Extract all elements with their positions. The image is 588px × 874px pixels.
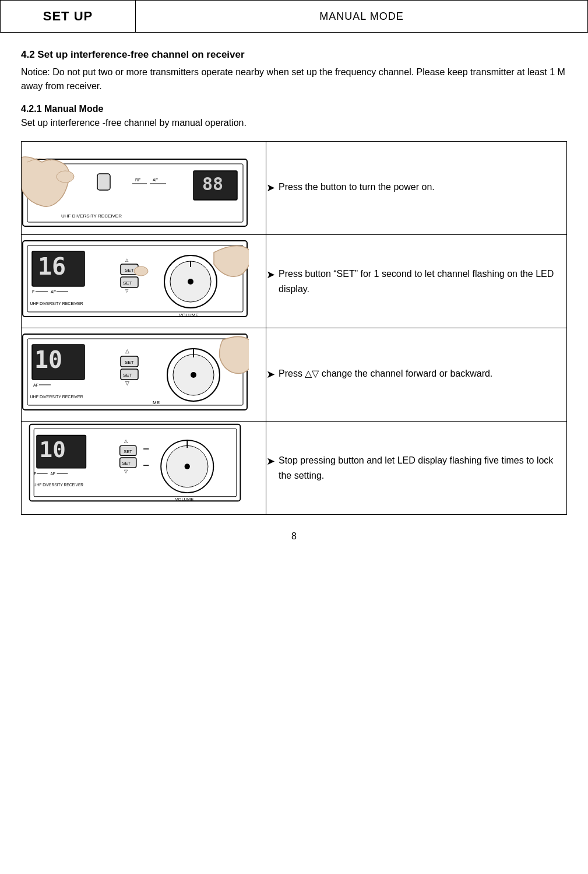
image-cell-2: 16 F AF UHF DIVERSITY RECEIVER △ SET	[22, 235, 266, 328]
text-cell-2: ➤ Press button “SET” for 1 second to let…	[266, 235, 567, 328]
svg-text:AF: AF	[51, 290, 56, 294]
svg-text:SET: SET	[123, 280, 132, 286]
page-number: 8	[21, 531, 567, 542]
instruction-text-1: Press the button to turn the power on.	[279, 180, 435, 195]
svg-text:UHF DIVERSITY RECEIVER: UHF DIVERSITY RECEIVER	[61, 213, 122, 219]
svg-text:16: 16	[38, 253, 66, 280]
svg-rect-3	[97, 174, 110, 190]
image-cell-4: 10 F AF UHF DIVERSITY RECEIVER △ SET	[22, 422, 266, 515]
svg-text:SET: SET	[123, 373, 132, 378]
svg-text:VOLUME: VOLUME	[179, 313, 199, 318]
table-row: 16 F AF UHF DIVERSITY RECEIVER △ SET	[22, 235, 567, 328]
svg-text:10: 10	[40, 437, 66, 462]
text-cell-3: ➤ Press △▽ change the channel forward or…	[266, 328, 567, 422]
arrow-icon-2: ➤	[266, 266, 275, 283]
subsection-title: 4.2.1 Manual Mode	[21, 104, 567, 114]
instruction-text-3: Press △▽ change the channel forward or b…	[279, 366, 492, 381]
mode-label: MANUAL MODE	[319, 10, 403, 23]
arrow-icon-4: ➤	[266, 453, 275, 470]
svg-text:RF: RF	[135, 178, 140, 182]
device-illustration-4: 10 F AF UHF DIVERSITY RECEIVER △ SET	[22, 422, 249, 512]
svg-point-2	[57, 171, 74, 182]
svg-text:F: F	[34, 472, 36, 476]
instruction-text-4: Stop pressing button and let LED display…	[279, 453, 566, 483]
section-notice: Notice: Do not put two or more transmitt…	[21, 65, 567, 93]
svg-text:AF: AF	[153, 178, 158, 182]
page-header: SET UP MANUAL MODE	[0, 0, 588, 33]
svg-text:AF: AF	[33, 383, 38, 387]
table-row: 88 UHF DIVERSITY RECEIVER RF AF ➤ Press …	[22, 142, 567, 235]
image-cell-1: 88 UHF DIVERSITY RECEIVER RF AF	[22, 142, 266, 235]
svg-text:SET: SET	[125, 360, 134, 365]
svg-text:△: △	[124, 438, 128, 444]
device-illustration-3: 10 AF UHF DIVERSITY RECEIVER △ SET SET ▽	[22, 328, 249, 419]
arrow-icon-1: ➤	[266, 180, 275, 196]
subsection-text: Set up interference -free channel by man…	[21, 118, 567, 128]
svg-text:SET: SET	[124, 449, 132, 454]
svg-text:AF: AF	[50, 472, 55, 476]
svg-point-28	[188, 279, 193, 285]
svg-text:F: F	[32, 290, 34, 294]
svg-text:UHF DIVERSITY RECEIVER: UHF DIVERSITY RECEIVER	[34, 483, 83, 487]
image-cell-3: 10 AF UHF DIVERSITY RECEIVER △ SET SET ▽	[22, 328, 266, 422]
text-cell-1: ➤ Press the button to turn the power on.	[266, 142, 567, 235]
svg-text:△: △	[125, 348, 129, 354]
instruction-table: 88 UHF DIVERSITY RECEIVER RF AF ➤ Press …	[21, 141, 567, 515]
text-cell-4: ➤ Stop pressing button and let LED displ…	[266, 422, 567, 515]
svg-text:UHF DIVERSITY RECEIVER: UHF DIVERSITY RECEIVER	[30, 301, 83, 306]
instruction-text-2: Press button “SET” for 1 second to let c…	[279, 266, 566, 296]
svg-text:ME: ME	[153, 400, 160, 405]
svg-text:UHF DIVERSITY RECEIVER: UHF DIVERSITY RECEIVER	[30, 395, 83, 399]
svg-text:10: 10	[34, 346, 62, 373]
svg-text:▽: ▽	[124, 468, 128, 474]
arrow-icon-3: ➤	[266, 366, 275, 383]
svg-text:VOLUME: VOLUME	[175, 497, 194, 502]
set-up-label: SET UP	[43, 9, 93, 24]
header-section-label: SET UP	[1, 1, 136, 32]
device-illustration-2: 16 F AF UHF DIVERSITY RECEIVER △ SET	[22, 235, 249, 325]
svg-text:▽: ▽	[125, 380, 129, 386]
svg-point-47	[191, 372, 196, 378]
svg-text:SET: SET	[125, 268, 134, 273]
svg-point-31	[134, 266, 148, 276]
device-illustration-1: 88 UHF DIVERSITY RECEIVER RF AF	[22, 142, 249, 232]
header-mode-label: MANUAL MODE	[136, 10, 587, 23]
main-content: 4.2 Set up interference-free channel on …	[0, 33, 588, 553]
svg-text:SET: SET	[122, 461, 131, 466]
table-row: 10 AF UHF DIVERSITY RECEIVER △ SET SET ▽	[22, 328, 567, 422]
table-row: 10 F AF UHF DIVERSITY RECEIVER △ SET	[22, 422, 567, 515]
svg-text:88: 88	[202, 174, 223, 194]
section-title: 4.2 Set up interference-free channel on …	[21, 49, 567, 61]
svg-point-67	[185, 464, 190, 469]
